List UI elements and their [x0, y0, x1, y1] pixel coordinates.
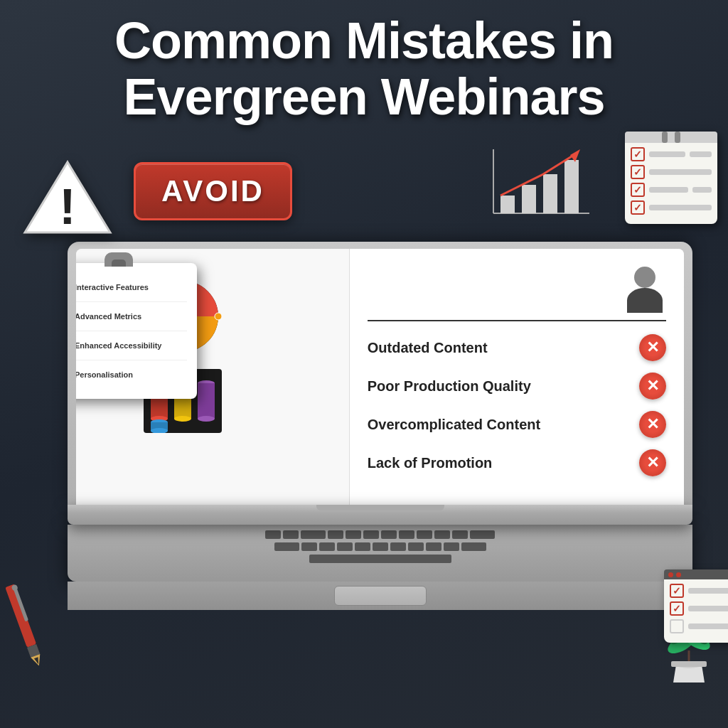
kb-key — [301, 530, 326, 539]
cal-row-1: ✓ — [631, 147, 712, 161]
doc-checkbox-2: ✓ — [670, 601, 684, 616]
kb-key — [426, 542, 441, 551]
screen-right-panel: Outdated Content ✕ Poor Production Quali… — [350, 249, 684, 505]
kb-key — [265, 530, 281, 539]
cal-row-3: ✓ — [631, 183, 712, 197]
kb-key — [328, 530, 343, 539]
doc-row-2: ✓ — [670, 601, 728, 616]
avatar — [623, 263, 666, 313]
kb-key — [470, 530, 495, 539]
laptop-hinge — [316, 505, 444, 510]
kb-key — [408, 542, 424, 551]
svg-rect-14 — [151, 397, 168, 419]
x-circle-4: ✕ — [639, 449, 666, 476]
cal-line-3 — [649, 187, 688, 193]
cal-line-2 — [649, 169, 712, 175]
clip-item-4: ✓ Personalisation — [76, 360, 187, 389]
svg-rect-4 — [500, 196, 515, 213]
doc-top-bar — [664, 569, 728, 579]
clipboard-clip — [105, 252, 133, 267]
kb-key — [444, 542, 459, 551]
cal-checkbox-2: ✓ — [631, 165, 645, 179]
svg-rect-6 — [543, 174, 557, 213]
laptop-keyboard — [68, 525, 692, 582]
mistake-row-1: Outdated Content ✕ — [368, 334, 666, 361]
svg-rect-5 — [522, 185, 536, 213]
clip-item-3: ✓ Enhanced Accessibility — [76, 331, 187, 360]
x-circle-1: ✕ — [639, 334, 666, 361]
svg-text:!: ! — [59, 179, 75, 235]
kb-key — [434, 530, 450, 539]
kb-key — [301, 542, 317, 551]
svg-point-21 — [198, 416, 215, 422]
laptop-screen: ✓ Interactive Features ✓ Advanced Metric… — [76, 249, 684, 505]
kb-key — [381, 530, 397, 539]
doc-row-1: ✓ — [670, 584, 728, 598]
laptop-container: ✓ Interactive Features ✓ Advanced Metric… — [68, 242, 692, 610]
clip-item-1: ✓ Interactive Features — [76, 273, 187, 302]
svg-rect-7 — [564, 160, 579, 213]
calendar-checklist-widget: ✓ ✓ ✓ ✓ — [625, 132, 717, 224]
clipboard-widget: ✓ Interactive Features ✓ Advanced Metric… — [76, 263, 197, 399]
svg-point-11 — [215, 313, 222, 320]
kb-key — [461, 542, 486, 551]
svg-rect-20 — [198, 383, 215, 419]
kb-key — [283, 530, 299, 539]
warning-triangle-icon: ! — [21, 156, 114, 238]
keyboard-row-1 — [89, 530, 671, 539]
doc-dot-2 — [676, 572, 681, 577]
cal-row-4: ✓ — [631, 200, 712, 215]
x-circle-2: ✕ — [639, 373, 666, 400]
kb-key — [399, 530, 414, 539]
page-title: Common Mistakes in Evergreen Webinars — [0, 13, 728, 125]
bar-chart-icon — [479, 142, 593, 228]
avatar-head — [634, 267, 655, 288]
kb-key — [274, 542, 299, 551]
cal-line-4 — [649, 205, 712, 210]
kb-key — [337, 542, 353, 551]
kb-key — [355, 542, 370, 551]
svg-rect-32 — [671, 661, 707, 667]
doc-widget-right: ✓ ✓ — [664, 569, 728, 643]
trackpad — [334, 586, 427, 606]
mistake-row-3: Overcomplicated Content ✕ — [368, 411, 666, 438]
cal-checkbox-3: ✓ — [631, 183, 645, 197]
mistake-row-2: Poor Production Quality ✕ — [368, 373, 666, 400]
laptop-screen-outer: ✓ Interactive Features ✓ Advanced Metric… — [68, 242, 692, 505]
laptop-trackpad-row — [68, 582, 692, 610]
kb-key — [346, 530, 361, 539]
cal-ring-right — [675, 132, 680, 143]
kb-key — [390, 542, 406, 551]
doc-dot-1 — [668, 572, 673, 577]
calendar-top-bar — [625, 132, 717, 143]
kb-key — [452, 530, 468, 539]
clip-item-2: ✓ Advanced Metrics — [76, 302, 187, 331]
doc-checkbox-3 — [670, 619, 684, 633]
kb-key — [363, 530, 379, 539]
spacebar-key — [309, 555, 451, 563]
kb-key — [319, 542, 335, 551]
title-area: Common Mistakes in Evergreen Webinars — [0, 13, 728, 125]
kb-key — [417, 530, 432, 539]
svg-point-18 — [174, 416, 191, 422]
cal-row-2: ✓ — [631, 165, 712, 179]
doc-checkbox-1: ✓ — [670, 584, 684, 598]
mistake-row-4: Lack of Promotion ✕ — [368, 449, 666, 476]
cal-line-1 — [649, 151, 685, 157]
avatar-body — [627, 288, 663, 313]
cal-checkbox-1: ✓ — [631, 147, 645, 161]
keyboard-row-2 — [89, 542, 671, 551]
cal-ring-left — [662, 132, 668, 143]
doc-row-3 — [670, 619, 728, 633]
divider-line — [368, 320, 666, 321]
laptop-base — [68, 505, 692, 525]
avoid-button: AVOID — [134, 162, 292, 220]
keyboard-row-3 — [89, 555, 671, 563]
avatar-area — [368, 263, 666, 313]
x-circle-3: ✕ — [639, 411, 666, 438]
cal-checkbox-4: ✓ — [631, 200, 645, 215]
kb-key — [373, 542, 388, 551]
